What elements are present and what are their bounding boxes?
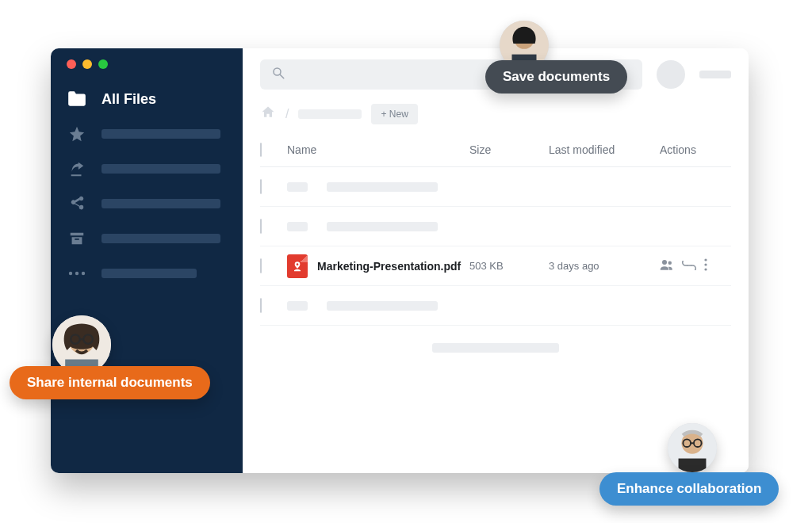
home-icon[interactable] [260,105,276,124]
placeholder [327,301,438,311]
more-actions-icon[interactable] [704,258,707,274]
user-avatar-placeholder[interactable] [657,60,685,89]
callout-share-documents: Share internal documents [10,366,210,399]
main-panel: / + New Name Size Last modified Actions [243,48,749,473]
svg-point-0 [69,272,72,275]
placeholder-text [699,71,731,78]
sidebar-item-shared[interactable] [67,194,227,213]
placeholder [287,182,308,192]
table-row[interactable] [260,207,731,246]
row-checkbox[interactable] [260,179,262,194]
share-arrow-icon [67,159,87,178]
window-controls [67,59,227,69]
svg-rect-22 [679,459,707,472]
file-last-modified: 3 days ago [549,260,660,272]
breadcrumb-item-placeholder[interactable] [298,109,362,119]
file-size: 503 KB [469,260,549,272]
avatar-user-right [668,423,717,472]
placeholder-text [102,199,220,208]
file-table: Name Size Last modified Actions [243,132,749,326]
svg-point-7 [704,258,707,261]
file-name: Marketing-Presentation.pdf [317,260,461,273]
share-users-icon[interactable] [660,259,674,273]
maximize-window-button[interactable] [98,59,108,69]
sidebar-item-favorites[interactable] [67,124,227,143]
select-all-checkbox[interactable] [260,143,262,157]
placeholder [327,182,438,192]
svg-point-6 [668,261,672,265]
callout-enhance-collab: Enhance collaboration [599,472,779,506]
star-icon [67,124,87,143]
table-row[interactable] [260,167,731,207]
breadcrumb-separator: / [285,107,289,121]
sidebar-item-label: All Files [102,91,156,108]
pdf-file-icon [287,254,308,278]
table-row[interactable] [260,286,731,326]
minimize-window-button[interactable] [82,59,92,69]
sidebar-item-shared-out[interactable] [67,159,227,178]
placeholder [287,301,308,311]
callout-save-documents: Save documents [485,60,627,94]
share-nodes-icon [67,194,87,213]
svg-point-1 [75,272,79,275]
svg-point-2 [82,272,85,275]
placeholder [327,222,438,231]
new-button-label: + New [381,109,408,120]
column-actions: Actions [660,143,731,156]
svg-point-8 [704,263,707,265]
row-checkbox[interactable] [260,298,262,313]
avatar-user-left [52,315,111,374]
placeholder-text [102,129,220,139]
sidebar-item-more[interactable] [67,264,227,283]
copy-link-icon[interactable] [682,259,696,273]
table-header: Name Size Last modified Actions [260,132,731,167]
column-last-modified[interactable]: Last modified [549,143,660,156]
svg-point-5 [662,260,667,265]
placeholder-text [102,269,197,278]
sidebar: All Files [51,48,243,473]
folder-icon [67,90,87,109]
sidebar-nav: All Files [67,90,227,283]
row-checkbox[interactable] [260,219,262,234]
column-size[interactable]: Size [469,143,549,156]
svg-point-3 [274,68,281,75]
placeholder-text [102,164,220,174]
row-actions [660,258,731,274]
app-window: All Files [51,48,749,473]
svg-line-4 [280,74,284,78]
row-checkbox[interactable] [260,258,262,273]
archive-box-icon [67,229,87,248]
breadcrumb: / + New [243,101,749,132]
placeholder [432,343,559,353]
table-row-marketing-presentation[interactable]: Marketing-Presentation.pdf 503 KB 3 days… [260,246,731,286]
sidebar-item-all-files[interactable]: All Files [67,90,227,109]
sidebar-item-archived[interactable] [67,229,227,248]
search-icon [271,66,285,83]
placeholder [287,222,308,231]
svg-point-9 [704,268,707,270]
column-name[interactable]: Name [287,143,469,156]
table-footer [243,326,749,370]
more-icon [67,264,87,283]
close-window-button[interactable] [67,59,76,69]
placeholder-text [102,234,220,243]
new-button[interactable]: + New [371,104,417,124]
